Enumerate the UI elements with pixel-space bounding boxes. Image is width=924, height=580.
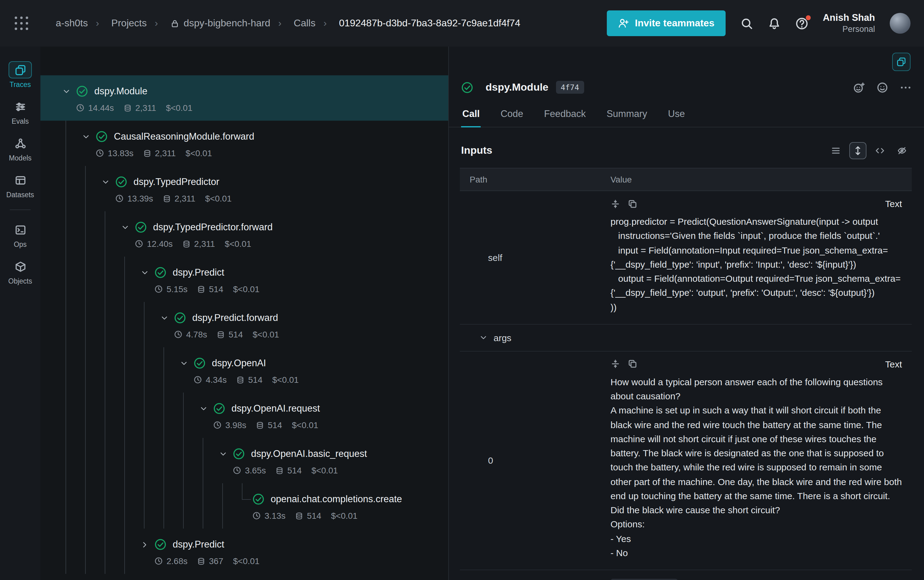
trace-row-stats: 12.40s 2,311 $<0.01	[135, 239, 273, 249]
tree-connector	[233, 483, 252, 529]
trace-row-name: dspy.TypedPredictor	[133, 176, 219, 187]
notifications-bell-icon[interactable]	[768, 17, 780, 30]
tab-code[interactable]: Code	[499, 104, 524, 127]
tokens-icon	[197, 557, 206, 565]
trace-row[interactable]: dspy.OpenAI 4.34s 514 $<0.01	[40, 347, 448, 392]
tab-use[interactable]: Use	[667, 104, 686, 127]
chevron-down-icon[interactable]	[115, 221, 135, 234]
chevron-down-icon[interactable]	[213, 447, 233, 461]
cost-value: $<0.01	[233, 556, 259, 566]
help-notification-dot	[806, 15, 811, 20]
code-view-icon[interactable]	[871, 142, 888, 159]
trace-row[interactable]: dspy.Predict.forward 4.78s 514 $<0.01	[40, 302, 448, 347]
trace-row-stats: 3.65s 514 $<0.01	[233, 465, 367, 475]
format-selector[interactable]: Text	[885, 359, 902, 369]
chevron-down-icon[interactable]	[76, 130, 95, 143]
trace-view-toggle-button[interactable]	[892, 53, 911, 71]
more-options-icon[interactable]	[899, 81, 912, 93]
input-path: self	[460, 191, 601, 324]
chevron-down-icon[interactable]	[194, 402, 213, 415]
clock-icon	[95, 149, 104, 157]
args-group-row[interactable]: args	[460, 325, 912, 351]
tree-guides	[56, 211, 115, 257]
format-selector[interactable]: Text	[885, 198, 902, 209]
chevron-down-icon[interactable]	[135, 266, 154, 279]
models-icon	[15, 137, 26, 149]
copy-icon[interactable]	[628, 359, 638, 369]
collapse-text-icon[interactable]	[610, 359, 620, 369]
copy-icon[interactable]	[628, 199, 638, 209]
sidebar-item-models[interactable]: Models	[0, 130, 40, 166]
chevron-down-icon[interactable]	[174, 356, 194, 370]
expand-rows-icon[interactable]	[849, 142, 866, 159]
search-icon[interactable]	[740, 17, 753, 30]
layers-icon	[896, 57, 906, 67]
help-icon[interactable]	[795, 17, 808, 30]
compact-rows-icon[interactable]	[827, 142, 844, 159]
input-row-self: self Text prog.predictor = Predict(Quest…	[460, 191, 912, 325]
call-id-badge[interactable]: 4f74	[556, 81, 584, 94]
success-status-icon	[154, 538, 166, 550]
chevron-down-icon	[480, 334, 487, 342]
tokens-icon	[237, 376, 245, 384]
sidebar-item-evals[interactable]: Evals	[0, 93, 40, 130]
tab-summary[interactable]: Summary	[605, 104, 648, 127]
trace-row-stats: 5.15s 514 $<0.01	[154, 284, 260, 294]
cost-value: $<0.01	[233, 284, 259, 294]
sidebar-item-traces[interactable]: Traces	[0, 56, 40, 93]
success-status-icon	[76, 85, 88, 97]
breadcrumb-entity[interactable]: a-sh0ts	[56, 18, 88, 29]
tokens-icon	[182, 240, 191, 248]
feedback-emoji-icon[interactable]	[876, 81, 888, 93]
tokens-icon	[163, 194, 171, 203]
inputs-table-header: Path Value	[460, 168, 912, 191]
chevron-down-icon[interactable]	[56, 84, 76, 98]
user-menu[interactable]: Anish Shah Personal	[823, 12, 875, 35]
tokens-icon	[124, 104, 132, 112]
trace-row[interactable]: dspy.OpenAI.request 3.98s 514 $<0.01	[40, 392, 448, 438]
avatar[interactable]	[890, 13, 911, 34]
trace-row[interactable]: CausalReasoningModule.forward 13.83s 2,3…	[40, 121, 448, 166]
input-path: 0	[460, 351, 601, 570]
chevron-right-icon[interactable]	[135, 538, 154, 551]
call-title: dspy.Module	[485, 81, 548, 93]
tab-call[interactable]: Call	[461, 104, 481, 127]
invite-teammates-button[interactable]: Invite teammates	[607, 10, 726, 36]
sidebar-item-objects[interactable]: Objects	[0, 253, 40, 290]
breadcrumb-calls[interactable]: Calls	[270, 18, 316, 29]
success-status-icon	[135, 221, 147, 233]
trace-row-name: dspy.Module	[94, 86, 147, 96]
success-status-icon	[95, 130, 108, 142]
trace-row[interactable]: openai.chat.completions.create 3.13s 514…	[40, 483, 448, 529]
clock-icon	[174, 330, 182, 339]
chevron-down-icon[interactable]	[95, 175, 115, 189]
lock-icon	[170, 19, 179, 28]
trace-row[interactable]: dspy.Predict 2.68s 367 $<0.01	[40, 529, 448, 574]
tree-guides	[56, 121, 76, 166]
trace-row[interactable]: dspy.Predict 5.15s 514 $<0.01	[40, 257, 448, 302]
success-status-icon	[461, 81, 474, 93]
tokens-icon	[276, 466, 284, 475]
trace-tree-panel: dspy.Module 14.44s 2,311 $<0.01	[40, 46, 449, 580]
trace-row-name: dspy.OpenAI.request	[232, 403, 320, 414]
breadcrumb-projects[interactable]: Projects	[88, 18, 147, 29]
chevron-down-icon[interactable]	[154, 311, 174, 325]
add-reaction-icon[interactable]	[853, 81, 865, 93]
trace-row[interactable]: dspy.Module 14.44s 2,311 $<0.01	[40, 75, 448, 121]
trace-row[interactable]: dspy.OpenAI.basic_request 3.65s 514 $<0.…	[40, 438, 448, 483]
tokens-icon	[296, 512, 303, 520]
trace-row[interactable]: dspy.TypedPredictor.forward 12.40s 2,311…	[40, 211, 448, 257]
sidebar-item-datasets[interactable]: Datasets	[0, 166, 40, 203]
hide-values-icon[interactable]	[893, 142, 911, 159]
trace-row-stats: 2.68s 367 $<0.01	[154, 556, 260, 566]
breadcrumb-project[interactable]: dspy-bigbench-hard	[147, 18, 270, 29]
trace-row[interactable]: dspy.TypedPredictor 13.39s 2,311 $<0.01	[40, 166, 448, 211]
clock-icon	[233, 466, 241, 475]
header-actions: Invite teammates Anish Shah Personal	[607, 10, 911, 36]
tab-feedback[interactable]: Feedback	[543, 104, 587, 127]
collapse-text-icon[interactable]	[610, 199, 620, 209]
app-launcher-icon[interactable]	[15, 16, 29, 30]
trace-row-stats: 3.13s 514 $<0.01	[252, 511, 402, 521]
trace-row-name: dspy.Predict	[173, 539, 224, 550]
sidebar-item-ops[interactable]: Ops	[0, 216, 40, 253]
